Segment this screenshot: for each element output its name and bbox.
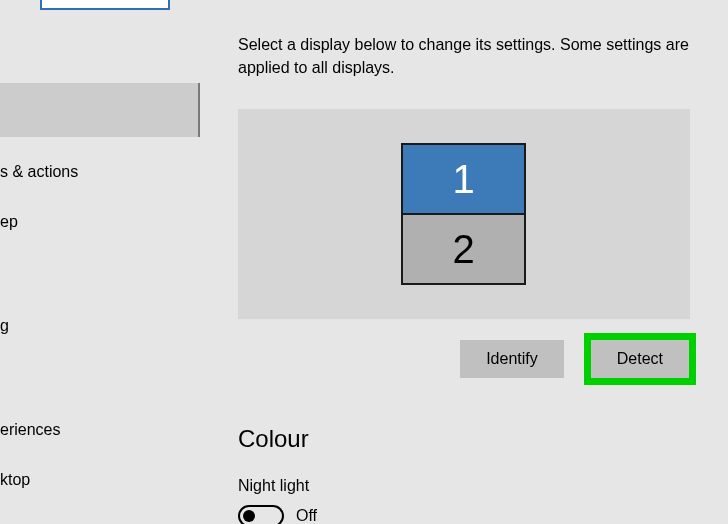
night-light-toggle-row: Off [238,505,708,524]
night-light-label: Night light [238,477,708,495]
night-light-state: Off [296,507,317,524]
identify-button[interactable]: Identify [460,340,564,378]
settings-sidebar: s & actions ep g eriences ktop [0,0,210,524]
colour-heading: Colour [238,425,708,453]
sidebar-active-indicator [40,0,170,10]
display-monitor-1[interactable]: 1 [401,143,526,215]
display-arranger[interactable]: 1 2 [238,109,690,319]
detect-button[interactable]: Detect [591,340,689,378]
sidebar-item-remote-desktop[interactable]: ktop [0,455,190,505]
sidebar-selected-item[interactable] [0,83,200,137]
sidebar-items: s & actions ep g eriences ktop [0,147,190,505]
night-light-setting: Night light Off [238,477,708,524]
display-description: Select a display below to change its set… [238,33,698,79]
toggle-knob [243,510,255,522]
display-buttons-row: Identify Detect [238,333,696,385]
display-monitor-2[interactable]: 2 [401,213,526,285]
night-light-toggle[interactable] [238,505,284,524]
detect-highlight: Detect [584,333,696,385]
sidebar-item-notifications[interactable]: s & actions [0,147,190,197]
display-settings-content: Select a display below to change its set… [238,0,708,524]
sidebar-item-power-sleep[interactable]: ep [0,197,190,247]
sidebar-item-multitasking[interactable]: g [0,301,190,351]
sidebar-item-shared-experiences[interactable]: eriences [0,405,190,455]
